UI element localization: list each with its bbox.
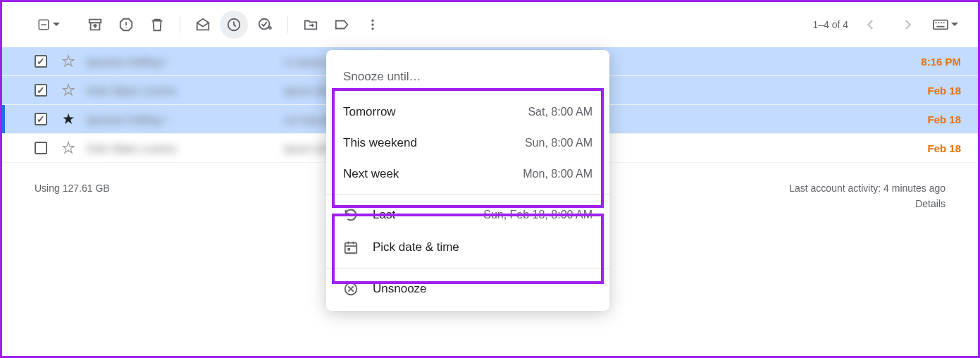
star-icon[interactable] — [61, 141, 75, 155]
sender: Ipsumor Dolling I — [87, 56, 284, 68]
svg-rect-12 — [937, 26, 945, 27]
next-page-button[interactable] — [893, 11, 922, 39]
snooze-option-time: Mon, 8:00 AM — [523, 168, 593, 180]
row-checkbox[interactable] — [35, 55, 47, 68]
star-icon[interactable] — [61, 54, 75, 68]
snooze-option-weekend[interactable]: This weekend Sun, 8:00 AM — [326, 128, 609, 159]
activity-text: Last account activity: 4 minutes ago — [789, 183, 945, 194]
trash-icon — [149, 17, 165, 32]
caret-down-icon — [53, 21, 60, 28]
snooze-option-label: Tomorrow — [343, 105, 396, 119]
sender: Dolo Sitam Lorems — [87, 142, 284, 154]
spam-icon — [118, 17, 134, 32]
snooze-popup: Snooze until… Tomorrow Sat, 8:00 AM This… — [326, 50, 609, 311]
snooze-last[interactable]: Last Sun, Feb 18, 8:00 AM — [326, 199, 609, 231]
snooze-pick-label: Pick date & time — [373, 240, 459, 254]
snooze-unsnooze[interactable]: Unsnooze — [326, 273, 609, 305]
sender: Dolo Sitam Lorems — [87, 85, 284, 97]
snooze-button[interactable] — [220, 11, 248, 39]
add-task-icon — [257, 17, 273, 32]
snooze-option-time: Sun, 8:00 AM — [525, 137, 593, 149]
input-tools-button[interactable] — [930, 16, 961, 33]
snooze-title: Snooze until… — [326, 58, 609, 97]
clock-icon — [226, 17, 242, 32]
svg-point-4 — [371, 20, 373, 22]
label-icon — [334, 17, 349, 32]
refresh-icon — [343, 207, 359, 223]
email-time: Feb 18 — [908, 113, 961, 125]
snooze-last-label: Last — [373, 208, 395, 222]
more-button[interactable] — [359, 11, 387, 39]
snooze-option-time: Sat, 8:00 AM — [528, 106, 593, 118]
snooze-option-nextweek[interactable]: Next week Mon, 8:00 AM — [326, 159, 609, 190]
pagination-text: 1–4 of 4 — [812, 19, 848, 30]
chevron-right-icon — [901, 18, 914, 31]
svg-rect-9 — [938, 22, 939, 23]
svg-point-3 — [259, 19, 270, 30]
svg-point-5 — [371, 23, 373, 25]
snooze-pick-date[interactable]: Pick date & time — [326, 231, 609, 264]
svg-point-6 — [371, 27, 373, 30]
delete-button[interactable] — [143, 11, 171, 39]
svg-rect-13 — [345, 243, 357, 254]
snooze-option-label: This weekend — [343, 136, 417, 150]
sender: Ipsumor Dolling I — [87, 113, 284, 125]
svg-rect-10 — [941, 22, 942, 23]
snooze-last-time: Sun, Feb 18, 8:00 AM — [483, 209, 593, 221]
row-checkbox[interactable] — [35, 84, 47, 97]
archive-button[interactable] — [81, 11, 109, 39]
row-checkbox[interactable] — [35, 142, 47, 154]
prev-page-button[interactable] — [857, 11, 885, 39]
snooze-option-tomorrow[interactable]: Tomorrow Sat, 8:00 AM — [326, 97, 609, 128]
keyboard-icon — [933, 19, 948, 30]
snooze-unsnooze-label: Unsnooze — [373, 282, 427, 296]
email-time: 8:16 PM — [908, 56, 961, 68]
cancel-icon — [343, 281, 359, 297]
archive-icon — [87, 17, 103, 32]
calendar-icon — [343, 240, 359, 255]
mail-open-icon — [195, 17, 211, 32]
svg-rect-1 — [41, 24, 46, 25]
svg-rect-8 — [936, 22, 937, 23]
add-task-button[interactable] — [251, 11, 279, 39]
labels-button[interactable] — [328, 11, 356, 39]
storage-text: Using 127.61 GB — [35, 183, 110, 209]
details-link[interactable]: Details — [789, 198, 945, 209]
report-spam-button[interactable] — [112, 11, 140, 39]
move-to-button[interactable] — [297, 11, 325, 39]
chevron-left-icon — [864, 18, 877, 31]
svg-rect-11 — [943, 22, 945, 23]
more-vert-icon — [366, 18, 380, 32]
star-icon[interactable] — [61, 112, 75, 126]
folder-move-icon — [303, 17, 318, 32]
row-checkbox[interactable] — [35, 113, 47, 125]
toolbar: 1–4 of 4 — [2, 2, 978, 47]
caret-down-icon — [951, 21, 958, 28]
mark-unread-button[interactable] — [189, 11, 217, 39]
svg-rect-14 — [347, 248, 350, 251]
email-time: Feb 18 — [908, 142, 961, 154]
star-icon[interactable] — [61, 83, 75, 97]
snooze-option-label: Next week — [343, 167, 399, 181]
email-time: Feb 18 — [908, 85, 961, 97]
svg-rect-7 — [934, 20, 948, 30]
select-all-dropdown[interactable] — [35, 16, 63, 34]
